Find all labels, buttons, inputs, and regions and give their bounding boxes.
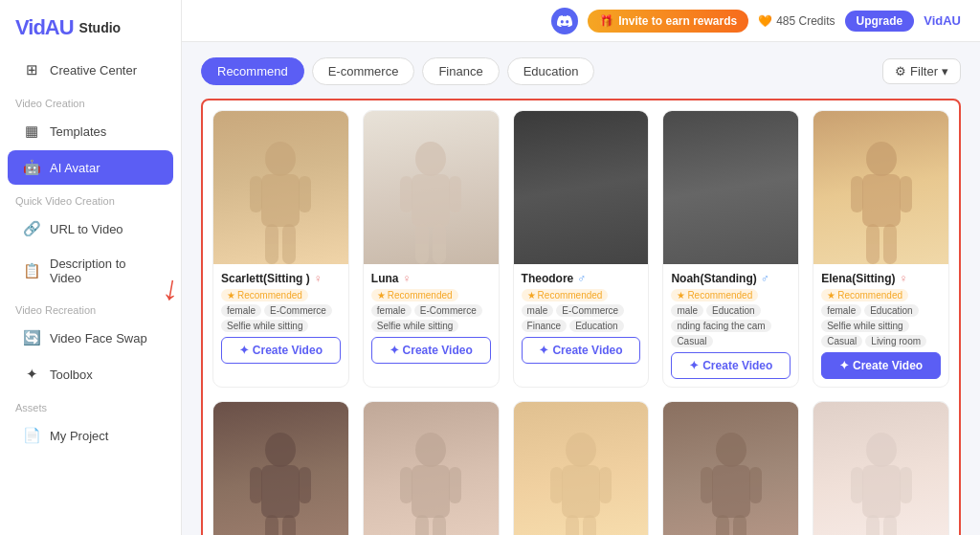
avatar-card[interactable]: Elena(Sitting) ♀ RecommendedfemaleEducat… [813, 110, 949, 388]
filter-button[interactable]: ⚙ Filter ▾ [882, 58, 961, 84]
avatar-tag: E-Commerce [556, 304, 624, 317]
avatar-tag: Finance [522, 320, 568, 332]
create-video-button[interactable]: ✦ Create Video [371, 337, 491, 364]
credits-value: 485 Credits [776, 14, 835, 28]
svg-rect-26 [851, 176, 863, 212]
avatar-image [364, 402, 499, 535]
sidebar-item-creative-center[interactable]: ⊞ Creative Center [8, 53, 173, 87]
avatar-tag: Education [569, 320, 623, 332]
sidebar-item-my-project[interactable]: 📄 My Project [8, 418, 173, 453]
svg-rect-45 [599, 467, 612, 503]
svg-point-24 [866, 142, 897, 176]
svg-rect-3 [299, 176, 311, 212]
avatar-card[interactable]: Scarlett(Sitting ) ♀ RecommendedfemaleE-… [212, 110, 349, 388]
sidebar-item-label: Templates [50, 124, 106, 139]
avatar-name: Elena(Sitting) ♀ [821, 272, 941, 285]
create-video-button[interactable]: ✦ Create Video [522, 337, 641, 364]
svg-rect-29 [883, 224, 897, 264]
content-area: Recommend E-commerce Finance Education ⚙… [182, 42, 980, 535]
avatar-card[interactable]: Luna ♀ RecommendedfemaleE-CommerceSelfie… [363, 110, 500, 388]
avatar-tag: Living room [865, 335, 926, 347]
invite-button[interactable]: 🎁 Invite to earn rewards [588, 10, 748, 33]
sidebar-item-url-to-video[interactable]: 🔗 URL to Video [8, 212, 173, 246]
sparkle-icon: ✦ [539, 344, 548, 357]
svg-rect-11 [433, 224, 446, 264]
templates-icon: ▦ [23, 123, 40, 140]
filter-label: Filter [910, 64, 938, 78]
sparkle-icon: ✦ [390, 344, 399, 357]
avatar-image [813, 402, 948, 535]
svg-rect-50 [701, 467, 713, 503]
sidebar-item-video-face-swap[interactable]: 🔄 Video Face Swap [8, 321, 173, 355]
avatar-tag: female [371, 304, 412, 317]
link-icon: 🔗 [23, 220, 40, 237]
svg-rect-23 [733, 224, 746, 264]
avatar-image [364, 111, 499, 264]
svg-point-48 [716, 433, 746, 467]
svg-point-30 [265, 433, 296, 467]
create-video-button[interactable]: ✦ Create Video [821, 352, 941, 379]
svg-rect-20 [701, 176, 713, 212]
avatar-image [213, 402, 348, 535]
avatar-name: Theodore ♂ [522, 272, 641, 285]
sidebar-item-desc-to-video[interactable]: 📋 Description to Video [8, 248, 173, 294]
svg-rect-25 [862, 174, 901, 227]
svg-rect-52 [716, 515, 729, 535]
sidebar-item-templates[interactable]: ▦ Templates [8, 114, 173, 148]
sidebar-item-label: Video Face Swap [50, 331, 147, 346]
sidebar-item-ai-avatar[interactable]: 🤖 AI Avatar [8, 150, 173, 185]
recommended-tag: Recommended [371, 289, 458, 301]
section-label-quick-creation: Quick Video Creation [0, 186, 181, 211]
avatar-tag: male [522, 304, 554, 317]
avatar-card[interactable]: Theodore ♂ RecommendedmaleE-CommerceFina… [513, 110, 650, 388]
avatar-card[interactable]: Sofia ♀ Recommendedfemale ✦ Create Video [363, 401, 500, 535]
svg-rect-27 [900, 176, 912, 212]
avatar-card[interactable]: Bella ♀ Recommendedfemale ✦ Create Video [212, 401, 349, 535]
sidebar-item-label: Description to Video [50, 256, 158, 285]
svg-point-12 [566, 142, 596, 176]
svg-rect-13 [562, 174, 600, 227]
avatar-tags: RecommendedfemaleE-CommerceSelfie while … [221, 289, 341, 332]
recommended-tag: Recommended [221, 289, 308, 301]
toolbox-icon: ✦ [23, 366, 40, 383]
svg-rect-15 [599, 176, 612, 212]
section-label-assets: Assets [0, 392, 181, 417]
topbar: 🎁 Invite to earn rewards 🧡 485 Credits U… [182, 0, 980, 42]
avatar-tags: RecommendedmaleE-CommerceFinanceEducatio… [522, 289, 641, 332]
recommended-tag: Recommended [522, 289, 609, 301]
avatar-name: Noah(Standing) ♂ [671, 272, 791, 285]
sparkle-icon: ✦ [689, 359, 699, 372]
sidebar: VidAU Studio ⊞ Creative Center Video Cre… [0, 0, 182, 535]
filter-finance[interactable]: Finance [422, 57, 499, 85]
avatar-card[interactable]: Marco ♂ Recommendedmale ✦ Create Video [513, 401, 650, 535]
avatar-tag: female [821, 304, 861, 317]
filter-recommend[interactable]: Recommend [201, 57, 304, 85]
create-video-button[interactable]: ✦ Create Video [221, 337, 341, 364]
svg-rect-2 [250, 176, 262, 212]
svg-point-54 [866, 433, 897, 467]
avatar-image [514, 402, 649, 535]
discord-icon[interactable] [551, 8, 578, 34]
avatar-tag: nding facing the cam [671, 320, 770, 332]
avatar-tag: Casual [821, 335, 862, 347]
sidebar-item-label: AI Avatar [50, 161, 100, 175]
svg-rect-59 [883, 515, 897, 535]
avatar-tag: female [221, 304, 261, 317]
create-video-button[interactable]: ✦ Create Video [671, 352, 791, 379]
upgrade-button[interactable]: Upgrade [845, 11, 915, 32]
sidebar-item-label: Creative Center [50, 63, 137, 78]
heart-icon: 🧡 [758, 14, 772, 28]
avatar-card[interactable]: Aria ♀ Recommendedfemale ✦ Create Video [662, 401, 799, 535]
logo-brand: VidAU [15, 15, 74, 40]
gender-symbol: ♀ [900, 272, 908, 285]
svg-rect-43 [562, 465, 600, 518]
avatar-card[interactable]: Noah(Standing) ♂ RecommendedmaleEducatio… [662, 110, 799, 388]
svg-rect-47 [583, 515, 596, 535]
filter-icon: ⚙ [895, 64, 906, 78]
svg-point-0 [265, 142, 296, 176]
gift-icon: 🎁 [599, 14, 613, 28]
avatar-card[interactable]: Zoe ♀ Recommendedfemale ✦ Create Video [813, 401, 949, 535]
filter-ecommerce[interactable]: E-commerce [312, 57, 415, 85]
filter-education[interactable]: Education [507, 57, 595, 85]
sidebar-item-toolbox[interactable]: ✦ Toolbox [8, 357, 173, 391]
